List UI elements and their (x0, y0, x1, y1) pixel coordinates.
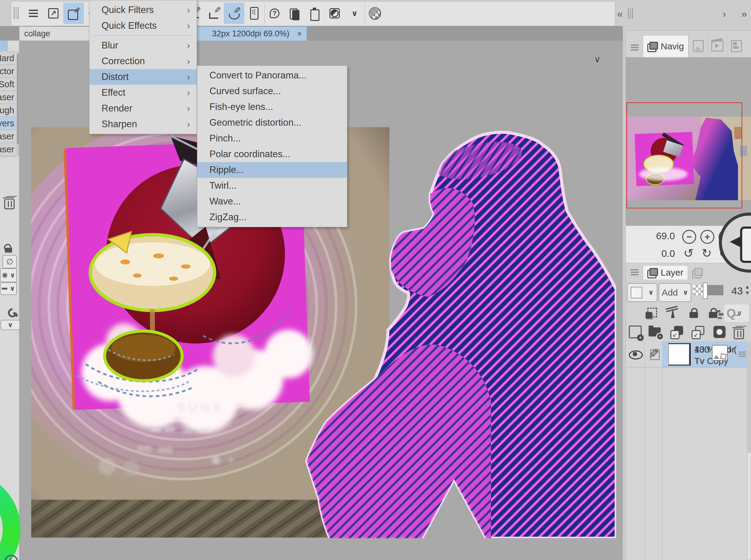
create-mask-button[interactable] (712, 324, 727, 340)
sub-tool-item[interactable]: ctor (0, 65, 17, 78)
new-folder-button[interactable] (647, 324, 662, 340)
sub-tool-item[interactable]: aser (0, 130, 17, 143)
device-view[interactable] (244, 3, 264, 24)
filter-menu-item[interactable]: Quick Effects › (90, 18, 197, 34)
display-settings[interactable] (325, 3, 345, 24)
layer-mask-dropdown[interactable]: Q̶ (724, 304, 749, 322)
tab-layer[interactable]: Layer (643, 265, 688, 280)
palette-color-swatch (631, 287, 642, 298)
tab-overflow-chevron-icon[interactable]: ∨ (594, 54, 601, 64)
distort-submenu-item[interactable]: Ripple... (197, 162, 347, 178)
paint-tool[interactable] (224, 3, 244, 24)
layer-visibility-eye-icon[interactable] (629, 351, 643, 360)
layer-row-handle[interactable] (738, 352, 746, 357)
rotate-ccw-icon[interactable]: ↺ (683, 247, 694, 259)
rotate-cw-icon[interactable]: ↻ (701, 247, 712, 259)
line-style-dropdown[interactable]: ∨ (0, 282, 17, 295)
main-menu[interactable] (23, 3, 43, 24)
tab-reference-image[interactable] (689, 35, 708, 57)
navigator-view-rectangle[interactable] (627, 102, 742, 208)
tab-information[interactable] (727, 35, 746, 57)
tab-navigator[interactable]: Navig (643, 35, 689, 57)
tab-layer-search[interactable] (688, 266, 707, 280)
expand-all-panels-icon[interactable]: » (741, 8, 747, 20)
display-settings-more[interactable] (345, 3, 365, 24)
opacity-slider-handle[interactable] (703, 283, 708, 299)
blend-off-button[interactable]: ∅ (2, 255, 17, 268)
filter-menu-item[interactable]: Sharpen › (90, 116, 197, 132)
edit-operation[interactable] (63, 3, 83, 24)
filter-menu-item[interactable]: Effect › (90, 85, 197, 101)
tab-timeline[interactable] (708, 35, 727, 57)
distort-submenu-item[interactable]: Geometric distortion... (197, 115, 347, 131)
blend-mode-dropdown[interactable]: Add∨ (658, 283, 691, 302)
sub-tool-item[interactable]: yers (0, 117, 17, 130)
filter-menu-item[interactable]: Render › (90, 101, 197, 116)
sub-tool-item[interactable]: Hard (0, 52, 17, 65)
distort-submenu-item[interactable]: Fish-eye lens... (197, 99, 347, 115)
zoom-out-button[interactable]: − (682, 230, 696, 244)
expand-tool-property-button[interactable]: ∨ (1, 320, 20, 330)
submenu-chevron-icon: › (187, 87, 190, 98)
toolbar-drag-handle[interactable] (14, 7, 19, 19)
delete-layer-button[interactable] (734, 327, 745, 340)
sub-tool-item[interactable]: aser (0, 91, 17, 104)
filter-menu-item[interactable]: Correction › (90, 53, 197, 69)
clip-to-layer-below-icon[interactable] (643, 305, 658, 321)
panel-drag-handle[interactable] (628, 8, 633, 19)
filter-menu: Quick Filters › Quick Effects › Blur › C… (89, 0, 197, 134)
window-switch[interactable] (43, 3, 63, 24)
distort-submenu-item[interactable]: Polar coordinates... (197, 146, 347, 162)
sub-tool-item[interactable]: aser (0, 143, 17, 156)
help-bubble[interactable] (264, 3, 285, 24)
distort-submenu-item[interactable]: Pinch... (197, 131, 347, 146)
brush-shape-dropdown[interactable]: ∨ (0, 268, 17, 282)
collapse-panels-icon[interactable]: « (617, 8, 623, 20)
sub-tool-item[interactable]: Soft (0, 78, 17, 91)
distort-submenu-item[interactable]: Twirl... (197, 178, 347, 194)
navigator-tab-bar: Navig (626, 35, 751, 57)
filter-menu-item[interactable]: Blur › (90, 38, 197, 53)
layer-checkbox[interactable] (650, 349, 660, 360)
enable-keyframes-icon[interactable] (665, 305, 680, 321)
opacity-slider[interactable] (693, 285, 724, 295)
unlock-icon[interactable] (3, 244, 14, 254)
submenu-chevron-icon: › (187, 40, 190, 51)
layer-thumbnail[interactable] (668, 344, 690, 365)
merge-to-lower-layer-button[interactable] (691, 324, 706, 340)
toolbar-icon (47, 7, 59, 19)
color-wheel[interactable] (0, 472, 21, 560)
lock-transparent-pixels-icon[interactable] (706, 305, 721, 321)
expand-panel-icon[interactable]: › (723, 8, 726, 20)
delete-subtool-trash-icon[interactable] (4, 197, 15, 210)
tool-settings-wrench-icon[interactable] (8, 308, 19, 319)
sub-tool-item[interactable]: ugh (0, 104, 17, 117)
layer-search-icon (692, 268, 702, 277)
filter-menu-item[interactable]: Quick Filters › (90, 2, 197, 18)
transfer-to-lower-layer-button[interactable] (670, 324, 685, 340)
selected-tool-chip[interactable] (0, 41, 8, 51)
lock-layer-icon[interactable] (687, 305, 701, 321)
clipboard[interactable] (305, 3, 325, 24)
new-layer-button[interactable] (628, 324, 643, 340)
distort-submenu-item[interactable]: Wave... (197, 194, 347, 209)
panel-menu-icon[interactable] (631, 269, 639, 276)
color-profile[interactable] (365, 3, 385, 24)
tab-collage-label: collage (24, 29, 50, 38)
distort-submenu-item[interactable]: Convert to Panorama... (197, 67, 347, 83)
panel-menu-icon[interactable] (631, 44, 639, 51)
layer-row-paper[interactable] (626, 341, 751, 367)
distort-submenu-item[interactable]: Curved surface... (197, 83, 347, 99)
ruler-snap[interactable] (204, 3, 224, 24)
filter-menu-item[interactable]: Distort › (90, 69, 197, 85)
opacity-spinner[interactable]: ▲▼ (745, 284, 750, 296)
layer-list-scrollbar[interactable] (747, 341, 751, 560)
layout-icon (731, 40, 742, 52)
zoom-in-button[interactable]: + (700, 230, 714, 244)
palette-color-dropdown[interactable]: ∨ (627, 283, 657, 302)
duplicate[interactable] (285, 3, 305, 24)
toolbar-icon (309, 7, 321, 19)
distort-submenu-item[interactable]: ZigZag... (197, 209, 347, 225)
tab-active-close-icon[interactable]: × (297, 29, 302, 38)
sub-tool-scrollbar[interactable] (17, 52, 19, 156)
